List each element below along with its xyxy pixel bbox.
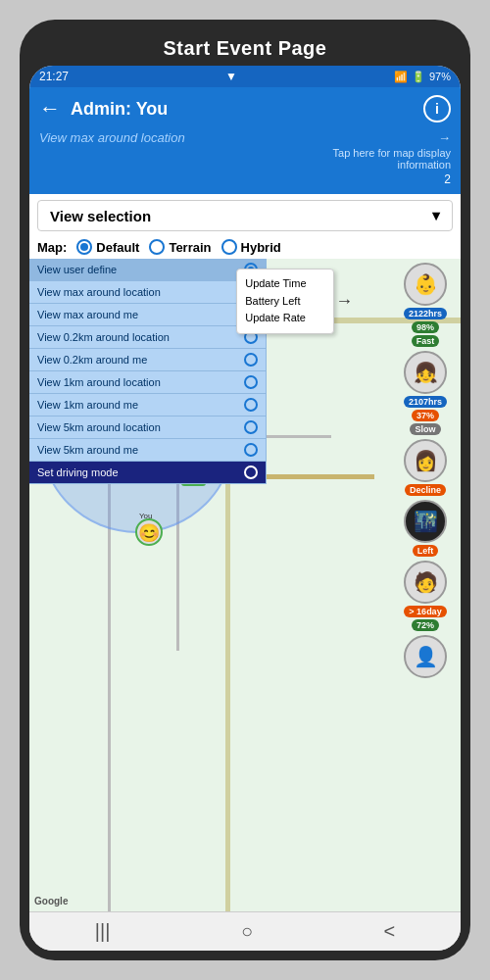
right-sidebar: 👶 2122hrs 98% Fast 👧 2107hrs 37% Slow 👩 … [390,259,461,911]
header-badge: 2 [444,172,451,186]
dropdown-item-7[interactable]: View 5km around location [29,416,266,439]
dropdown-item-8[interactable]: View 5km around me [29,439,266,462]
dropdown-radio-6[interactable] [244,398,258,412]
map-terrain-option[interactable]: Terrain [149,239,211,255]
menu-nav-button[interactable]: ||| [95,920,111,943]
sub-header: View max around location → Tap here for … [29,130,461,194]
badge-hrs-1: 2107hrs [404,396,447,408]
tooltip-arrow-icon: → [335,287,353,316]
page-title: Start Event Page [29,29,461,66]
dropdown-item-4[interactable]: View 0.2km around me [29,349,266,371]
status-icon: ▼ [225,70,237,83]
tooltip-line1: Update Time [245,275,325,293]
avatar-card-3[interactable]: 🌃 Left [404,500,447,557]
avatar-5: 👤 [404,635,447,678]
avatar-4: 🧑 [404,561,447,604]
info-button[interactable]: i [423,95,451,122]
map-label: Map: [37,240,67,255]
dropdown-item-0[interactable]: View user define [29,259,266,281]
you-avatar: 😊 [135,518,163,546]
map-hybrid-option[interactable]: Hybrid [221,239,281,255]
avatar-1: 👧 [404,351,447,394]
badge-decline-2: Decline [405,484,446,496]
bottom-nav: ||| ○ < [29,911,461,951]
home-nav-button[interactable]: ○ [241,920,253,943]
dropdown-item-1[interactable]: View max around location [29,281,266,304]
avatar-card-5[interactable]: 👤 [404,635,447,678]
dropdown-item-6[interactable]: View 1km around me [29,394,266,416]
avatar-2: 👩 [404,439,447,482]
tooltip-line3: Update Rate [245,310,325,327]
map-terrain-label: Terrain [169,240,211,255]
badge-left-3: Left [413,545,439,557]
map-default-option[interactable]: Default [76,239,139,255]
dropdown-list: View user define View max around locatio… [29,259,267,484]
badge-pct-4: 72% [412,619,439,631]
avatar-card-1[interactable]: 👧 2107hrs 37% Slow [404,351,447,435]
map-default-label: Default [96,240,139,255]
avatar-3: 🌃 [404,500,447,543]
tap-info-text: Tap here for map display information [314,147,451,171]
dropdown-radio-8[interactable] [244,443,258,457]
battery-level: 97% [429,71,451,82]
map-hybrid-label: Hybrid [241,240,281,255]
dropdown-item-9[interactable]: Set driving mode [29,462,266,484]
battery-icon: 🔋 [412,71,425,83]
map-area: SELETAR ➤ NanyangPolytechnic Ang Mo Kio … [29,259,461,911]
dropdown-item-2[interactable]: View max around me [29,304,266,326]
back-button[interactable]: ← [39,96,61,122]
view-location-text: View max around location [39,130,185,145]
back-nav-button[interactable]: < [384,920,396,943]
header-bar: ← Admin: You i [29,87,461,130]
map-type-bar: Map: Default Terrain Hybrid [29,237,461,259]
badge-hrs-0: 2122hrs [404,308,447,319]
header-title: Admin: You [71,99,423,120]
dropdown-item-3[interactable]: View 0.2km around location [29,326,266,349]
status-bar: 21:27 ▼ 📶 🔋 97% [29,66,461,87]
map-terrain-radio[interactable] [149,239,165,255]
badge-battery-0: 98% [412,321,439,333]
avatar-card-4[interactable]: 🧑 > 16day 72% [404,561,447,631]
dropdown-arrow-icon: ▾ [432,207,440,224]
avatar-0: 👶 [404,263,447,306]
google-label: Google [34,896,68,906]
avatar-card-2[interactable]: 👩 Decline [404,439,447,496]
badge-rate-1: Slow [410,423,440,435]
badge-day-4: > 16day [404,606,446,617]
view-selection-dropdown[interactable]: View selection ▾ [37,200,453,231]
dropdown-radio-7[interactable] [244,420,258,434]
avatar-card-0[interactable]: 👶 2122hrs 98% Fast [404,263,447,347]
dropdown-radio-9[interactable] [244,466,258,479]
status-time: 21:27 [39,70,69,83]
dropdown-radio-4[interactable] [244,353,258,367]
badge-battery-1: 37% [412,410,439,421]
badge-rate-0: Fast [412,335,440,347]
tap-arrow-icon: → [438,130,451,145]
dropdown-item-5[interactable]: View 1km around location [29,371,266,394]
tooltip-line2: Battery Left [245,293,325,311]
signal-icon: 📶 [394,71,408,83]
map-default-radio[interactable] [76,239,92,255]
view-selection-label: View selection [50,208,151,224]
tooltip-box: Update Time Battery Left Update Rate → [236,269,334,334]
map-hybrid-radio[interactable] [221,239,237,255]
dropdown-radio-5[interactable] [244,375,258,389]
